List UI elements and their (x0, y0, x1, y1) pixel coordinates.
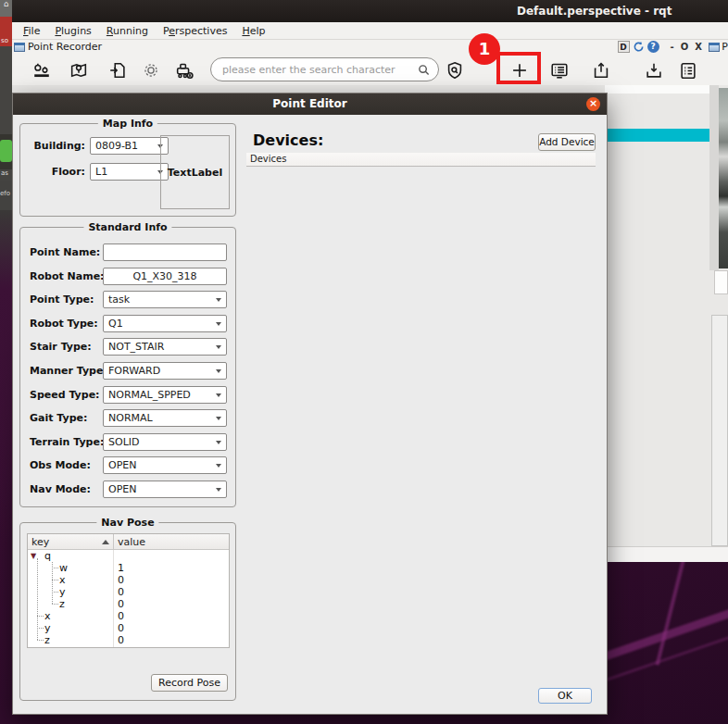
nav-pose-legend: Nav Pose (96, 517, 158, 529)
stair-type-label: Stair Type: (30, 341, 92, 353)
field-row: Point Type:task (20, 291, 237, 309)
point-list-icon[interactable] (548, 59, 571, 81)
standard-info-legend: Standard Info (83, 221, 171, 233)
record-settings-icon[interactable] (31, 59, 53, 81)
stair-type-select[interactable]: NOT_STAIR (103, 338, 227, 356)
point-type-label: Point Type: (30, 293, 94, 306)
tree-row-y[interactable]: y0 (28, 622, 229, 634)
add-device-button[interactable]: Add Device (538, 133, 596, 151)
standard-info-group: Standard Info Point Name:Robot Name:Poin… (19, 227, 236, 507)
background-panel (711, 315, 728, 546)
point-editor-dialog: Point Editor × Map Info Building: 0809-B… (12, 93, 608, 715)
desktop: { "screen": { "title": "Default.perspect… (0, 0, 728, 724)
search-input[interactable] (222, 64, 418, 76)
field-row: Manner Type:FORWARD (20, 362, 237, 381)
chevron-down-icon (216, 417, 221, 420)
obs-mode-label: Obs Mode: (30, 459, 91, 471)
chevron-down-icon (216, 464, 221, 468)
screen-title: Default.perspective - rqt (517, 5, 672, 18)
screen-titlebar: Default.perspective - rqt (0, 0, 728, 22)
scrollbar[interactable] (709, 85, 719, 270)
terrain-type-select[interactable]: SOLID (103, 433, 227, 451)
expand-arrow-icon[interactable]: ▼ (31, 552, 36, 560)
point-type-select[interactable]: task (103, 291, 227, 308)
help-icon[interactable]: ? (647, 41, 659, 53)
obs-mode-select[interactable]: OPEN (103, 456, 227, 474)
import-icon[interactable] (643, 59, 665, 81)
dock-d-button[interactable]: D (618, 41, 630, 53)
annotation-rectangle (496, 52, 541, 84)
annotation-badge: 1 (469, 33, 500, 65)
field-row: Stair Type:NOT_STAIR (20, 338, 237, 356)
map-info-group: Map Info Building: 0809-B1 Floor: L1 Tex… (19, 123, 236, 217)
map-point-icon[interactable] (68, 59, 90, 81)
field-row: Nav Mode:OPEN (20, 481, 237, 499)
tree-row-x[interactable]: x0 (28, 574, 229, 586)
tree-header-key[interactable]: key (31, 536, 49, 548)
floor-label: Floor: (26, 166, 85, 178)
save-file-icon[interactable] (107, 59, 129, 81)
desktop-swirl-line (656, 556, 686, 665)
gait-type-select[interactable]: NORMAL (103, 409, 227, 427)
launcher-home-icon[interactable]: ⌂ (0, 0, 12, 17)
building-select[interactable]: 0809-B1 (90, 137, 169, 155)
devices-table-header[interactable]: Devices (246, 153, 596, 167)
camera-thumbnail (719, 88, 728, 268)
robot-settings-icon[interactable] (173, 59, 195, 81)
menu-plugins[interactable]: Plugins (47, 23, 98, 39)
building-label: Building: (26, 140, 85, 152)
robot-type-select[interactable]: Q1 (103, 315, 227, 332)
tree-header-value[interactable]: value (118, 536, 145, 548)
point-recorder-icon (14, 43, 25, 52)
field-row: Robot Type:Q1 (20, 315, 237, 333)
dialog-close-button[interactable]: × (586, 97, 600, 111)
tree-row-z[interactable]: z0 (28, 634, 229, 646)
point-name-input[interactable] (103, 243, 227, 261)
verify-point-icon[interactable] (444, 59, 466, 81)
launcher-item-label: efo (0, 181, 12, 210)
terrain-type-label: Terrain Type: (30, 436, 104, 448)
chevron-down-icon (216, 393, 221, 397)
speed-type-select[interactable]: NORMAL_SPPED (103, 386, 227, 404)
menu-perspectives[interactable]: Perspectives (156, 23, 234, 39)
chevron-down-icon (216, 369, 221, 373)
chevron-down-icon (216, 298, 221, 302)
background-panel (714, 270, 728, 294)
dialog-titlebar: Point Editor × (13, 94, 607, 115)
gear-icon[interactable] (140, 59, 162, 81)
tree-row-w[interactable]: w1 (28, 562, 229, 574)
refresh-icon[interactable] (633, 41, 645, 53)
dock-minimize-button[interactable]: - (671, 42, 674, 52)
tree-row-y[interactable]: y0 (28, 586, 229, 598)
launcher-item[interactable] (0, 46, 12, 134)
menu-help[interactable]: Help (234, 23, 272, 39)
toolbar (12, 55, 728, 85)
robot-name-input[interactable] (103, 268, 227, 285)
manner-type-select[interactable]: FORWARD (103, 362, 227, 380)
menu-running[interactable]: Running (99, 23, 156, 39)
tree-header: key value (28, 534, 229, 550)
dock-close-button[interactable]: X (695, 42, 702, 52)
dock-float-button[interactable]: O (681, 42, 689, 52)
field-row: Point Name: (20, 243, 237, 262)
floor-select[interactable]: L1 (90, 163, 169, 181)
chevron-down-icon (216, 441, 221, 444)
task-list-icon[interactable] (677, 59, 699, 81)
export-icon[interactable] (590, 59, 612, 81)
next-dock-icon (709, 43, 720, 52)
ok-button[interactable]: OK (538, 688, 592, 704)
search-icon (418, 64, 430, 76)
tree-row-z[interactable]: z0 (28, 598, 229, 610)
selected-list-item[interactable] (608, 129, 709, 142)
nav-mode-select[interactable]: OPEN (103, 481, 227, 498)
menu-bar: FilePluginsRunningPerspectivesHelp (12, 22, 728, 40)
launcher-item[interactable]: so (0, 17, 12, 46)
gait-type-label: Gait Type: (30, 412, 87, 424)
tree-row-x[interactable]: x0 (28, 610, 229, 622)
record-pose-button[interactable]: Record Pose (151, 674, 228, 692)
next-dock-tab: P (709, 41, 728, 53)
menu-file[interactable]: File (16, 23, 47, 39)
devices-heading: Devices: (253, 131, 323, 149)
launcher-item[interactable] (0, 134, 12, 169)
tree-row-q[interactable]: ▼q (28, 550, 229, 562)
